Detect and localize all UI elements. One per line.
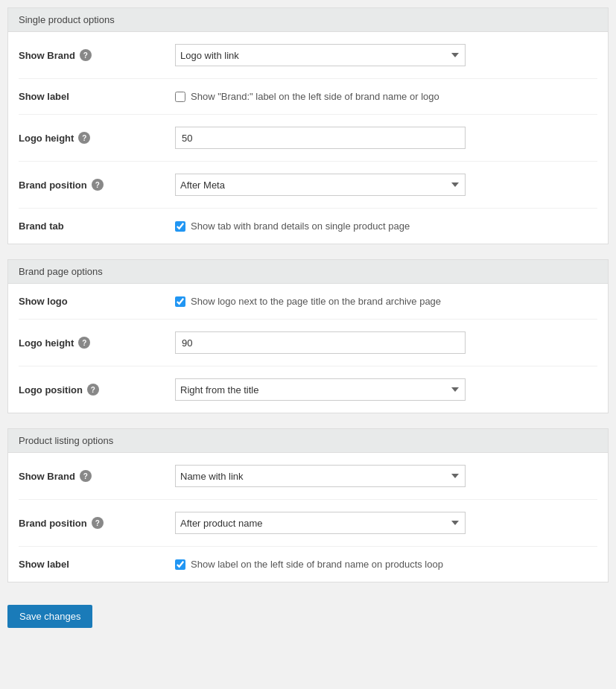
label-col-logo-height-single: Logo height? — [19, 132, 175, 144]
label-col-brand-position-listing: Brand position? — [19, 517, 175, 529]
form-row-logo-position-brand: Logo position?Right from the titleLeft f… — [19, 366, 597, 413]
control-col-logo-position-brand: Right from the titleLeft from the titleA… — [175, 378, 597, 401]
section-header-single-product: Single product options — [8, 8, 608, 32]
label-text-show-brand-single: Show Brand — [19, 50, 75, 61]
section-brand-page: Brand page optionsShow logoShow logo nex… — [7, 259, 609, 413]
label-col-show-brand-single: Show Brand? — [19, 49, 175, 61]
select-brand-position-single[interactable]: After MetaBefore MetaAfter TitleBefore T… — [175, 174, 466, 196]
checkbox-brand-tab-single[interactable] — [175, 221, 185, 232]
help-icon-logo-position-brand[interactable]: ? — [87, 384, 99, 396]
label-col-logo-height-brand: Logo height? — [19, 337, 175, 349]
section-product-listing: Product listing optionsShow Brand?Name w… — [7, 428, 609, 582]
checkbox-label-brand-tab-single[interactable]: Show tab with brand details on single pr… — [175, 220, 410, 232]
form-row-show-label-single: Show labelShow "Brand:" label on the lef… — [19, 79, 597, 115]
control-col-logo-height-single — [175, 127, 597, 149]
label-text-logo-position-brand: Logo position — [19, 384, 83, 396]
help-icon-show-brand-listing[interactable]: ? — [80, 470, 92, 482]
control-col-brand-position-listing: After product nameBefore product nameAft… — [175, 512, 597, 534]
form-row-show-logo-brand: Show logoShow logo next to the page titl… — [19, 284, 597, 320]
form-row-logo-height-brand: Logo height? — [19, 320, 597, 366]
control-col-show-label-listing: Show label on the left side of brand nam… — [175, 559, 597, 570]
form-row-show-brand-listing: Show Brand?Name with linkLogo with linkN… — [19, 453, 597, 500]
label-col-show-label-single: Show label — [19, 91, 175, 102]
select-show-brand-listing[interactable]: Name with linkLogo with linkName onlyLog… — [175, 465, 466, 487]
label-text-brand-tab-single: Brand tab — [19, 220, 64, 232]
section-body-product-listing: Show Brand?Name with linkLogo with linkN… — [8, 453, 608, 582]
section-body-single-product: Show Brand?Logo with linkName with linkL… — [8, 32, 608, 244]
input-logo-height-single[interactable] — [175, 127, 466, 149]
checkbox-label-show-label-single[interactable]: Show "Brand:" label on the left side of … — [175, 91, 439, 102]
control-col-show-brand-listing: Name with linkLogo with linkName onlyLog… — [175, 465, 597, 487]
control-col-show-brand-single: Logo with linkName with linkLogo onlyNam… — [175, 44, 597, 66]
section-single-product: Single product optionsShow Brand?Logo wi… — [7, 7, 609, 244]
settings-wrap: Single product optionsShow Brand?Logo wi… — [0, 0, 616, 689]
control-col-brand-position-single: After MetaBefore MetaAfter TitleBefore T… — [175, 174, 597, 196]
label-text-logo-height-single: Logo height — [19, 133, 74, 144]
label-col-brand-tab-single: Brand tab — [19, 220, 175, 232]
form-row-show-label-listing: Show labelShow label on the left side of… — [19, 547, 597, 582]
label-text-show-label-listing: Show label — [19, 559, 69, 570]
help-icon-logo-height-brand[interactable]: ? — [78, 337, 90, 349]
label-text-logo-height-brand: Logo height — [19, 337, 74, 349]
checkbox-text-show-label-listing: Show label on the left side of brand nam… — [191, 559, 443, 570]
save-changes-button[interactable]: Save changes — [7, 605, 92, 628]
control-col-show-logo-brand: Show logo next to the page title on the … — [175, 296, 597, 307]
label-col-brand-position-single: Brand position? — [19, 179, 175, 191]
label-col-show-logo-brand: Show logo — [19, 296, 175, 307]
label-text-brand-position-listing: Brand position — [19, 518, 87, 529]
label-text-brand-position-single: Brand position — [19, 180, 87, 191]
checkbox-text-show-logo-brand: Show logo next to the page title on the … — [191, 296, 441, 307]
form-row-brand-tab-single: Brand tabShow tab with brand details on … — [19, 209, 597, 244]
label-col-show-brand-listing: Show Brand? — [19, 470, 175, 482]
section-header-brand-page: Brand page options — [8, 260, 608, 284]
checkbox-show-logo-brand[interactable] — [175, 296, 185, 307]
form-row-show-brand-single: Show Brand?Logo with linkName with linkL… — [19, 32, 597, 79]
select-brand-position-listing[interactable]: After product nameBefore product nameAft… — [175, 512, 466, 534]
checkbox-label-show-logo-brand[interactable]: Show logo next to the page title on the … — [175, 296, 441, 307]
label-text-show-brand-listing: Show Brand — [19, 471, 75, 482]
checkbox-text-show-label-single: Show "Brand:" label on the left side of … — [191, 91, 439, 102]
form-row-logo-height-single: Logo height? — [19, 115, 597, 162]
select-show-brand-single[interactable]: Logo with linkName with linkLogo onlyNam… — [175, 44, 466, 66]
section-body-brand-page: Show logoShow logo next to the page titl… — [8, 284, 608, 413]
control-col-brand-tab-single: Show tab with brand details on single pr… — [175, 220, 597, 232]
checkbox-show-label-single[interactable] — [175, 92, 185, 102]
help-icon-show-brand-single[interactable]: ? — [80, 49, 92, 61]
control-col-show-label-single: Show "Brand:" label on the left side of … — [175, 91, 597, 102]
help-icon-brand-position-listing[interactable]: ? — [92, 517, 104, 529]
checkbox-label-show-label-listing[interactable]: Show label on the left side of brand nam… — [175, 559, 443, 570]
label-text-show-logo-brand: Show logo — [19, 296, 68, 307]
checkbox-show-label-listing[interactable] — [175, 559, 185, 570]
form-row-brand-position-single: Brand position?After MetaBefore MetaAfte… — [19, 162, 597, 209]
label-text-show-label-single: Show label — [19, 91, 69, 102]
help-icon-logo-height-single[interactable]: ? — [78, 132, 90, 144]
input-logo-height-brand[interactable] — [175, 331, 466, 354]
help-icon-brand-position-single[interactable]: ? — [92, 179, 104, 191]
select-logo-position-brand[interactable]: Right from the titleLeft from the titleA… — [175, 378, 466, 401]
label-col-show-label-listing: Show label — [19, 559, 175, 570]
label-col-logo-position-brand: Logo position? — [19, 384, 175, 396]
section-header-product-listing: Product listing options — [8, 429, 608, 453]
control-col-logo-height-brand — [175, 331, 597, 354]
form-row-brand-position-listing: Brand position?After product nameBefore … — [19, 500, 597, 547]
checkbox-text-brand-tab-single: Show tab with brand details on single pr… — [191, 220, 410, 232]
